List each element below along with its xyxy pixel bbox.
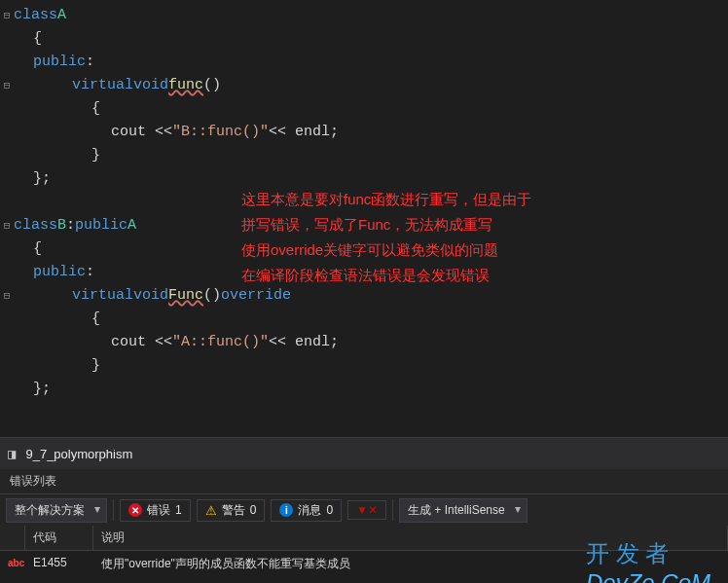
code-line[interactable]: }; [0,378,728,401]
token-punct: { [33,237,42,261]
fold-toggle [0,191,14,214]
token-cls: A [57,4,66,27]
errors-count: 1 [175,503,182,517]
fold-toggle[interactable]: ⊟ [0,74,14,97]
token-punct: } [91,354,100,378]
token-kw: void [133,284,168,308]
scope-combo[interactable]: 整个解决方案 [6,498,107,523]
fold-toggle[interactable]: ⊟ [0,4,14,27]
token-kw: void [133,74,168,97]
clear-filter[interactable]: ▼✕ [347,500,386,520]
token-punct: { [91,97,100,121]
token-kw: class [14,4,57,27]
fold-toggle [0,378,14,401]
token-punct: : [66,214,75,237]
vs-file-icon: ◨ [8,446,16,462]
token-kw: public [33,51,86,74]
error-description: 使用"override"声明的成员函数不能重写基类成员 [93,551,728,577]
build-source-combo[interactable]: 生成 + IntelliSense [399,498,528,523]
warnings-count: 0 [250,503,257,517]
code-annotation: 这里本意是要对func函数进行重写，但是由于拼写错误，写成了Func，无法构成重… [241,187,531,288]
token-punct: << endl; [269,121,339,144]
token-cls: B [57,214,66,237]
token-punct: }; [33,167,51,191]
code-line[interactable]: public: [0,51,728,74]
messages-filter[interactable]: i 消息 0 [271,499,342,522]
token-kw: public [33,261,86,284]
token-punct: }; [33,378,51,401]
fold-toggle [0,308,14,331]
fold-toggle [0,121,14,144]
warnings-label: 警告 [222,502,245,519]
token-punct: : [86,261,94,284]
panel-title: 错误列表 [0,469,728,494]
fold-toggle [0,144,14,167]
fold-toggle [0,27,14,51]
token-punct: () [203,74,221,97]
filter-icon: ▼✕ [356,503,378,517]
error-row[interactable]: abcE1455使用"override"声明的成员函数不能重写基类成员开 发 者… [0,551,728,577]
fold-toggle[interactable]: ⊟ [0,284,14,308]
code-line[interactable]: ⊟class A [0,4,728,27]
code-editor[interactable]: ⊟class A{public:⊟virtual void func(){cou… [0,0,728,437]
divider [113,499,114,521]
token-cls: A [127,214,136,237]
code-line[interactable]: cout << "B::func()" << endl; [0,121,728,144]
errors-label: 错误 [147,502,170,519]
header-code[interactable]: 代码 [25,526,93,550]
token-punct: cout << [111,331,172,354]
header-icon[interactable] [0,526,25,550]
token-punct: { [91,308,100,331]
code-line[interactable]: { [0,27,728,51]
error-code[interactable]: E1455 [25,551,93,577]
token-punct: { [33,27,42,51]
warning-icon: ⚠ [205,503,217,518]
fold-toggle [0,51,14,74]
fold-toggle [0,237,14,261]
code-line[interactable]: { [0,97,728,121]
token-punct: : [86,51,94,74]
token-punct: cout << [111,121,172,144]
error-icon: ✕ [128,503,142,517]
code-line[interactable]: { [0,308,728,331]
fold-toggle [0,331,14,354]
code-line[interactable]: ⊟virtual void func() [0,74,728,97]
info-icon: i [279,503,293,517]
messages-count: 0 [326,503,333,517]
divider [392,499,393,521]
token-str: "B::func()" [172,121,269,144]
token-kw: public [75,214,127,237]
token-punct: } [91,144,100,167]
fold-toggle [0,97,14,121]
token-kw: class [14,214,57,237]
token-kw: virtual [72,74,133,97]
code-line[interactable]: } [0,144,728,167]
fold-toggle [0,354,14,378]
token-punct: << endl; [269,331,339,354]
header-desc[interactable]: 说明 [93,526,728,550]
code-line[interactable]: cout << "A::func()" << endl; [0,331,728,354]
token-kw: virtual [72,284,133,308]
token-fn: Func [168,284,203,308]
intellisense-icon: abc [8,558,24,568]
fold-toggle [0,261,14,284]
fold-toggle[interactable]: ⊟ [0,214,14,237]
token-fn: func [168,74,203,97]
token-punct: () [203,284,221,308]
error-list-toolbar: 整个解决方案 ✕ 错误 1 ⚠ 警告 0 i 消息 0 ▼✕ 生成 + Inte… [0,494,728,526]
tab-label[interactable]: 9_7_polymorphism [25,447,132,461]
code-line[interactable]: } [0,354,728,378]
errors-filter[interactable]: ✕ 错误 1 [120,499,191,522]
token-str: "A::func()" [172,331,269,354]
warnings-filter[interactable]: ⚠ 警告 0 [197,499,266,522]
messages-label: 消息 [298,502,321,519]
document-tab-bar: ◨ 9_7_polymorphism [0,437,728,469]
error-grid-header: 代码 说明 [0,526,728,551]
fold-toggle [0,167,14,191]
